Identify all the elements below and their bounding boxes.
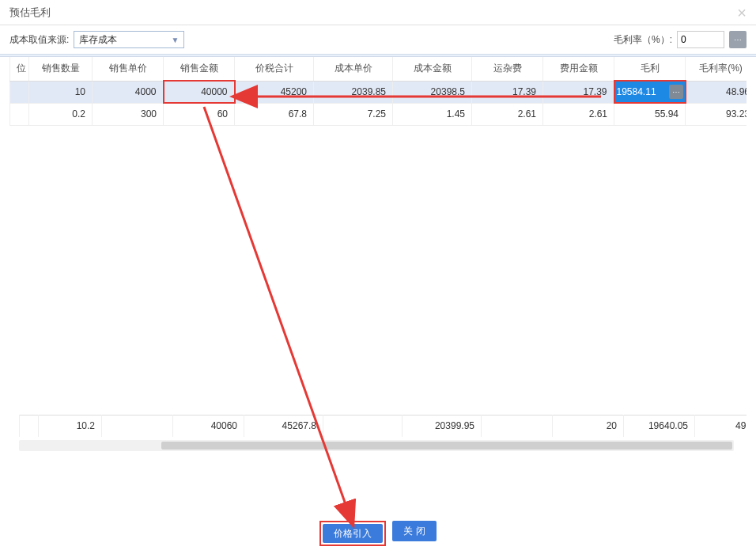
total-cell: 45267.8: [244, 415, 323, 437]
total-cell: 10.2: [39, 415, 102, 437]
cell[interactable]: 93.23: [686, 103, 747, 125]
col-cost-amount[interactable]: 成本金额: [393, 57, 472, 81]
total-cell: [102, 415, 173, 437]
col-expense[interactable]: 费用金额: [543, 57, 614, 81]
cost-source-select[interactable]: 库存成本 ▼: [74, 31, 184, 48]
col-tax-total[interactable]: 价税合计: [235, 57, 314, 81]
table-row[interactable]: 0.2 300 60 67.8 7.25 1.45 2.61 2.61 55.9…: [10, 103, 747, 125]
col-amount[interactable]: 销售金额: [164, 57, 235, 81]
rate-label: 毛利率（%）:: [614, 33, 672, 47]
data-grid: 位 销售数量 销售单价 销售金额 价税合计 成本单价 成本金额 运杂费 费用金额…: [9, 57, 747, 461]
total-cell: 20399.95: [403, 415, 482, 437]
highlight-box: 价格引入: [319, 521, 386, 546]
total-cell: [323, 415, 403, 437]
footer-buttons: 价格引入 关 闭: [0, 521, 756, 546]
cell[interactable]: 17.39: [472, 81, 543, 103]
col-freight[interactable]: 运杂费: [472, 57, 543, 81]
total-cell: 20: [553, 415, 624, 437]
cell-sales-amount[interactable]: 40000: [164, 81, 235, 103]
cell[interactable]: 55.94: [614, 103, 686, 125]
total-cell: [20, 415, 39, 437]
cell[interactable]: 10: [29, 81, 93, 103]
price-import-button[interactable]: 价格引入: [323, 524, 383, 543]
header-row: 位 销售数量 销售单价 销售金额 价税合计 成本单价 成本金额 运杂费 费用金额…: [10, 57, 747, 81]
cell[interactable]: 2039.85: [314, 81, 393, 103]
total-cell: 49.03: [695, 415, 747, 437]
totals-row: 10.2 40060 45267.8 20399.95 20 19640.05 …: [19, 415, 747, 438]
toolbar-right: 毛利率（%）: ⋯: [614, 31, 747, 48]
cell[interactable]: 20398.5: [393, 81, 472, 103]
dialog-title: 预估毛利: [9, 0, 51, 25]
source-label: 成本取值来源:: [9, 33, 69, 47]
cell[interactable]: 7.25: [314, 103, 393, 125]
toolbar-left: 成本取值来源: 库存成本 ▼: [9, 31, 184, 48]
cost-source-value: 库存成本: [79, 33, 117, 47]
cell[interactable]: 300: [93, 103, 164, 125]
total-cell: 19640.05: [624, 415, 695, 437]
col-qty[interactable]: 销售数量: [29, 57, 93, 81]
cell-profit-value: 19584.11: [617, 86, 656, 97]
total-cell: 40060: [173, 415, 244, 437]
cell[interactable]: [10, 103, 29, 125]
title-bar: 预估毛利 ×: [0, 0, 756, 25]
cell[interactable]: 17.39: [543, 81, 614, 103]
calculator-icon[interactable]: ⋯: [729, 31, 747, 48]
cell[interactable]: 2.61: [472, 103, 543, 125]
calculator-icon[interactable]: ⋯: [669, 85, 683, 99]
dialog-estimate-profit: 预估毛利 × 成本取值来源: 库存成本 ▼ 毛利率（%）: ⋯: [0, 0, 756, 554]
cell[interactable]: 2.61: [543, 103, 614, 125]
col-profit[interactable]: 毛利: [614, 57, 686, 81]
cell[interactable]: 0.2: [29, 103, 93, 125]
table-row[interactable]: 10 4000 40000 45200 2039.85 20398.5 17.3…: [10, 81, 747, 103]
col-pos[interactable]: 位: [10, 57, 29, 81]
cell[interactable]: 60: [164, 103, 235, 125]
total-cell: [482, 415, 553, 437]
cell[interactable]: [10, 81, 29, 103]
col-price[interactable]: 销售单价: [93, 57, 164, 81]
scrollbar-thumb[interactable]: [161, 442, 732, 450]
cell[interactable]: 67.8: [235, 103, 314, 125]
col-profit-rate[interactable]: 毛利率(%): [686, 57, 747, 81]
cell[interactable]: 48.96: [686, 81, 747, 103]
close-icon[interactable]: ×: [737, 0, 747, 25]
col-cost-price[interactable]: 成本单价: [314, 57, 393, 81]
cell[interactable]: 4000: [93, 81, 164, 103]
close-button[interactable]: 关 闭: [392, 521, 436, 541]
cell[interactable]: 1.45: [393, 103, 472, 125]
grid-table: 位 销售数量 销售单价 销售金额 价税合计 成本单价 成本金额 运杂费 费用金额…: [9, 57, 747, 126]
cell-profit-edit[interactable]: 19584.11 ⋯: [614, 81, 686, 103]
toolbar: 成本取值来源: 库存成本 ▼ 毛利率（%）: ⋯: [0, 25, 756, 54]
cell[interactable]: 45200: [235, 81, 314, 103]
horizontal-scrollbar[interactable]: [19, 440, 734, 451]
chevron-down-icon: ▼: [171, 36, 179, 44]
rate-input[interactable]: [677, 31, 724, 48]
